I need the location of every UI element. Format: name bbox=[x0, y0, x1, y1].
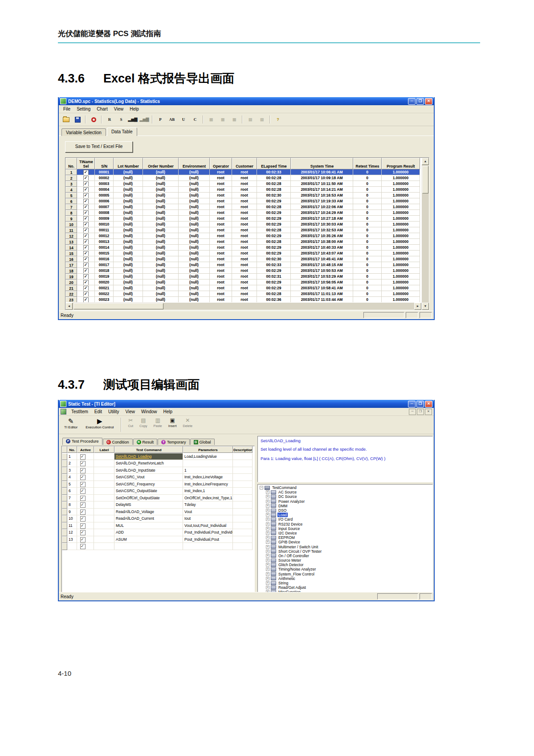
parameters-cell[interactable]: Vout bbox=[183, 509, 233, 516]
checkbox-checked-icon[interactable]: ✓ bbox=[80, 544, 86, 549]
checkbox-checked-icon[interactable]: ✓ bbox=[83, 245, 89, 251]
parameters-cell[interactable]: Iout bbox=[183, 515, 233, 522]
tree-item-i-o-card[interactable]: +I/O Card bbox=[266, 517, 432, 522]
checkbox-checked-icon[interactable]: ✓ bbox=[80, 523, 86, 529]
column-header-description[interactable]: Description bbox=[233, 446, 253, 453]
expand-icon[interactable]: + bbox=[266, 527, 269, 530]
table-row[interactable]: 17✓00017(null)(null)(null)rootroot00:02:… bbox=[65, 262, 421, 268]
tab-result[interactable]: RResult bbox=[133, 439, 158, 445]
parameters-cell[interactable] bbox=[183, 543, 233, 550]
active-checkbox-cell[interactable]: ✓ bbox=[77, 453, 94, 460]
checkbox-checked-icon[interactable]: ✓ bbox=[80, 516, 86, 522]
checkbox-checked-icon[interactable]: ✓ bbox=[83, 181, 89, 187]
tab-variable-selection[interactable]: Variable Selection bbox=[61, 128, 106, 136]
active-checkbox-cell[interactable]: ✓ bbox=[77, 522, 94, 530]
test-command-cell[interactable]: ReadAllLOAD_Current bbox=[114, 515, 183, 522]
column-header-lotnumber[interactable]: Lot Number bbox=[114, 158, 143, 169]
mdi-restore-button[interactable]: ❐ bbox=[417, 409, 424, 415]
expand-icon[interactable]: + bbox=[266, 518, 269, 521]
checkbox-checked-icon[interactable]: ✓ bbox=[83, 222, 89, 227]
checkbox-checked-icon[interactable]: ✓ bbox=[83, 257, 89, 262]
expand-icon[interactable]: + bbox=[266, 572, 269, 576]
row-checkbox-cell[interactable]: ✓ bbox=[77, 227, 95, 233]
save-icon[interactable] bbox=[72, 115, 83, 124]
delete-button[interactable]: ✕Delete bbox=[181, 417, 195, 429]
parameters-cell[interactable]: Inst_Index,1 bbox=[183, 488, 233, 495]
checkbox-checked-icon[interactable]: ✓ bbox=[83, 205, 89, 210]
table-row[interactable]: 5✓00005(null)(null)(null)rootroot00:02:3… bbox=[65, 193, 421, 198]
parameters-cell[interactable]: Pout_Individual,Pout_Individual bbox=[183, 529, 233, 536]
command-row[interactable]: 13✓ASUMPout_Individual,Pout bbox=[62, 536, 254, 543]
checkbox-checked-icon[interactable]: ✓ bbox=[83, 187, 89, 193]
table-row[interactable]: 2✓00002(null)(null)(null)rootroot00:02:2… bbox=[65, 175, 421, 181]
column-header-retesttimes[interactable]: Retest Times bbox=[353, 158, 382, 169]
command-row[interactable]: 12✓ADDPout_Individual,Pout_Individual bbox=[62, 529, 254, 536]
checkbox-checked-icon[interactable]: ✓ bbox=[83, 234, 89, 239]
expand-icon[interactable]: + bbox=[266, 563, 269, 567]
table-row[interactable]: 21✓00021(null)(null)(null)rootroot00:02:… bbox=[65, 285, 421, 291]
row-checkbox-cell[interactable]: ✓ bbox=[77, 198, 95, 204]
menu-help[interactable]: Help bbox=[161, 409, 175, 415]
row-checkbox-cell[interactable]: ✓ bbox=[77, 181, 95, 187]
checkbox-checked-icon[interactable]: ✓ bbox=[83, 286, 89, 291]
test-command-cell[interactable]: SetAllLOAD_ResetVonLatch bbox=[114, 460, 183, 467]
minimize-button[interactable]: ─ bbox=[408, 98, 416, 105]
checkbox-checked-icon[interactable]: ✓ bbox=[83, 251, 89, 256]
command-row[interactable]: 7✓SetOnOffCtrl_OutputStateOnOffCtrl_Inde… bbox=[62, 495, 254, 502]
row-checkbox-cell[interactable]: ✓ bbox=[77, 169, 95, 175]
row-checkbox-cell[interactable]: ✓ bbox=[77, 291, 95, 297]
checkbox-checked-icon[interactable]: ✓ bbox=[80, 509, 86, 515]
menu-setting[interactable]: Setting bbox=[74, 106, 93, 112]
command-row[interactable]: 3✓SetAllLOAD_InputState1 bbox=[62, 467, 254, 474]
parameters-cell[interactable]: OnOffCtrl_Index,Inst_Type,1,1 bbox=[183, 495, 233, 502]
scroll-up-button[interactable]: ▲ bbox=[422, 158, 429, 165]
statistics-titlebar[interactable]: DEMO.spc - Statistics(Log Data) - Statis… bbox=[59, 97, 434, 105]
active-checkbox-cell[interactable]: ✓ bbox=[77, 488, 94, 495]
active-checkbox-cell[interactable]: ✓ bbox=[77, 529, 94, 536]
save-to-excel-button[interactable]: Save to Text / Excel File bbox=[65, 141, 133, 152]
panel-splitter[interactable] bbox=[255, 434, 257, 595]
tree-item-ac-source[interactable]: +AC Source bbox=[266, 490, 432, 494]
checkbox-checked-icon[interactable]: ✓ bbox=[80, 496, 86, 501]
parameters-cell[interactable]: Vout,Iout,Pout_Individual bbox=[183, 522, 233, 530]
parameters-cell[interactable]: 1 bbox=[183, 467, 233, 474]
scroll-down-button[interactable]: ▼ bbox=[422, 303, 429, 310]
parameters-cell[interactable]: Pout_Individual,Pout bbox=[183, 536, 233, 543]
horizontal-scrollbar[interactable]: ◄ ► bbox=[65, 302, 421, 310]
row-checkbox-cell[interactable]: ✓ bbox=[77, 285, 95, 291]
checkbox-checked-icon[interactable]: ✓ bbox=[83, 274, 89, 279]
execution-control-button[interactable]: ▶Execution Control bbox=[83, 417, 116, 430]
close-button[interactable]: ✕ bbox=[425, 98, 432, 105]
tree-item-source-meter[interactable]: +Source Meter bbox=[266, 558, 432, 563]
column-header-customer[interactable]: Customer bbox=[232, 158, 257, 169]
expand-icon[interactable]: + bbox=[266, 550, 269, 553]
menu-file[interactable]: File bbox=[61, 106, 73, 112]
checkbox-checked-icon[interactable]: ✓ bbox=[80, 530, 86, 535]
tab-condition[interactable]: CCondition bbox=[103, 439, 133, 445]
hscroll-thumb[interactable] bbox=[73, 303, 163, 309]
bar-chart-light-icon[interactable]: ▂▅▇ bbox=[139, 115, 150, 124]
test-command-cell[interactable]: MUL bbox=[114, 522, 183, 530]
tree-item-load[interactable]: +Load bbox=[266, 513, 432, 517]
parameters-cell[interactable]: Tdelay bbox=[183, 501, 233, 509]
checkbox-checked-icon[interactable]: ✓ bbox=[83, 176, 89, 181]
expand-icon[interactable]: + bbox=[266, 586, 269, 589]
bar-chart-dark-icon[interactable]: ▂▅▇ bbox=[127, 115, 138, 124]
row-checkbox-cell[interactable]: ✓ bbox=[77, 256, 95, 262]
row-checkbox-cell[interactable]: ✓ bbox=[77, 233, 95, 239]
c-format-icon[interactable]: C bbox=[190, 115, 200, 124]
table-row[interactable]: 10✓00010(null)(null)(null)rootroot00:02:… bbox=[65, 222, 421, 227]
checkbox-checked-icon[interactable]: ✓ bbox=[80, 461, 86, 466]
r-chart-icon[interactable]: R bbox=[104, 115, 115, 124]
maximize-button[interactable]: ❐ bbox=[416, 98, 424, 105]
table-row[interactable]: 11✓00011(null)(null)(null)rootroot00:02:… bbox=[65, 227, 421, 233]
parameters-cell[interactable]: Inst_Index,LineFrequency bbox=[183, 481, 233, 488]
row-checkbox-cell[interactable]: ✓ bbox=[77, 251, 95, 256]
command-row[interactable]: 2✓SetAllLOAD_ResetVonLatch bbox=[62, 460, 254, 467]
insert-button[interactable]: ▣Insert bbox=[167, 417, 179, 429]
table-row[interactable]: 13✓00013(null)(null)(null)rootroot00:02:… bbox=[65, 239, 421, 245]
checkbox-checked-icon[interactable]: ✓ bbox=[80, 502, 86, 508]
active-checkbox-cell[interactable]: ✓ bbox=[77, 536, 94, 543]
menu-view[interactable]: View bbox=[111, 106, 126, 112]
column-header-operator[interactable]: Operator bbox=[210, 158, 232, 169]
